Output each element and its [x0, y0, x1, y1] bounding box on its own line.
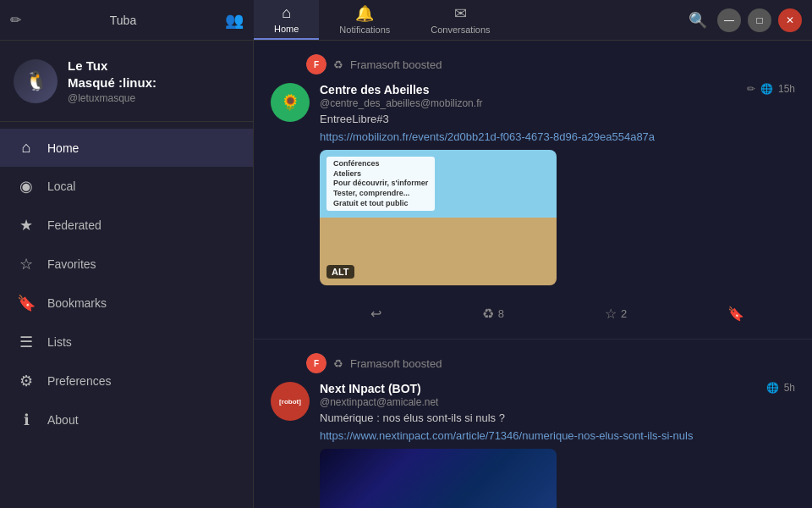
post-main: 🌻 Centre des Abeilles @centre_des_abeill… — [271, 83, 795, 325]
booster-avatar: F — [306, 54, 326, 75]
profile-section[interactable]: 🐧 Le Tux Masqué :linux: @letuxmasque — [0, 41, 253, 122]
post-card: F ♻ Framasoft boosted [robot] Next INpac… — [254, 340, 812, 508]
boost-button[interactable]: ♻ 8 — [475, 302, 511, 325]
tab-home-label: Home — [274, 24, 299, 34]
post-tag: EntreeLibre#3 — [320, 113, 795, 125]
sidebar-item-home-label: Home — [47, 141, 79, 155]
post-author-info: Next INpact (BOT) @nextinpact@amicale.ne… — [320, 382, 438, 408]
sidebar-item-about[interactable]: ℹ About — [0, 400, 253, 439]
post-author-info: Centre des Abeilles @centre_des_abeilles… — [320, 83, 482, 109]
boost-count: 8 — [498, 307, 504, 320]
lists-icon: ☰ — [17, 333, 36, 351]
favorite-icon: ☆ — [605, 306, 617, 322]
reply-button[interactable]: ↩ — [364, 302, 388, 325]
tab-home[interactable]: ⌂ Home — [254, 0, 319, 40]
post-text: Numérique : nos élus sont-ils si nuls ? — [320, 411, 795, 424]
people-icon[interactable]: 👥 — [225, 11, 244, 30]
sidebar-item-local-label: Local — [47, 179, 75, 193]
close-button[interactable]: ✕ — [778, 8, 802, 32]
conversations-icon: ✉ — [454, 4, 467, 23]
preferences-icon: ⚙ — [17, 372, 36, 390]
federated-icon: ★ — [17, 216, 36, 235]
sidebar-item-bookmarks-label: Bookmarks — [47, 296, 107, 310]
local-icon: ◉ — [17, 177, 36, 196]
alt-badge: ALT — [326, 265, 354, 279]
titlebar-right: 🔍 — □ ✕ — [675, 8, 812, 33]
post-author-avatar: 🌻 — [271, 83, 310, 122]
sidebar-item-lists-label: Lists — [47, 335, 72, 349]
favorite-count: 2 — [621, 307, 627, 320]
avatar-image: 🐧 — [14, 59, 58, 103]
app-title: Tuba — [31, 14, 215, 27]
avatar: 🐧 — [14, 59, 58, 103]
post-link[interactable]: https://mobilizon.fr/events/2d0bb21d-f06… — [320, 130, 795, 143]
titlebar-left: ✏ Tuba 👥 — [0, 11, 254, 30]
bookmark-icon: 🔖 — [727, 306, 744, 322]
booster-avatar-image: F — [306, 54, 326, 75]
post-meta: 🌐 5h — [766, 382, 795, 394]
tab-conversations-label: Conversations — [431, 25, 490, 35]
post-header: Next INpact (BOT) @nextinpact@amicale.ne… — [320, 382, 795, 408]
sidebar-item-favorites[interactable]: ☆ Favorites — [0, 245, 253, 284]
tab-notifications-label: Notifications — [339, 25, 390, 35]
tab-notifications[interactable]: 🔔 Notifications — [319, 0, 410, 40]
post-body: Next INpact (BOT) @nextinpact@amicale.ne… — [320, 382, 795, 508]
tab-conversations[interactable]: ✉ Conversations — [410, 0, 510, 40]
top-nav: ⌂ Home 🔔 Notifications ✉ Conversations — [254, 0, 675, 40]
about-icon: ℹ — [17, 411, 36, 429]
post-actions: ↩ ♻ 8 ☆ 2 🔖 — [320, 295, 795, 325]
post-meta: ✏ 🌐 15h — [747, 83, 795, 95]
notifications-icon: 🔔 — [355, 4, 374, 23]
boost-text: Framasoft boosted — [350, 58, 442, 71]
boost-text: Framasoft boosted — [350, 357, 442, 370]
main-layout: 🐧 Le Tux Masqué :linux: @letuxmasque ⌂ H… — [0, 41, 812, 508]
bookmarks-icon: 🔖 — [17, 294, 36, 312]
sidebar-item-preferences[interactable]: ⚙ Preferences — [0, 362, 253, 400]
post-link[interactable]: https://www.nextinpact.com/article/71346… — [320, 429, 795, 442]
titlebar: ✏ Tuba 👥 ⌂ Home 🔔 Notifications ✉ Conver… — [0, 0, 812, 41]
profile-name: Le Tux Masqué :linux: — [68, 58, 156, 91]
boost-icon: ♻ — [333, 58, 343, 71]
post-author-name: Next INpact (BOT) — [320, 382, 438, 395]
post-time: 5h — [784, 382, 795, 394]
post-body: Centre des Abeilles @centre_des_abeilles… — [320, 83, 795, 325]
post-time: 15h — [778, 83, 795, 95]
reply-icon: ↩ — [370, 306, 381, 322]
sidebar-item-preferences-label: Preferences — [47, 374, 111, 388]
favorite-button[interactable]: ☆ 2 — [598, 302, 634, 325]
globe-icon: 🌐 — [766, 382, 779, 394]
sidebar-item-favorites-label: Favorites — [47, 257, 96, 271]
post-header: Centre des Abeilles @centre_des_abeilles… — [320, 83, 795, 109]
home-icon: ⌂ — [17, 139, 36, 157]
post-image — [320, 449, 557, 508]
sidebar-item-about-label: About — [47, 413, 79, 427]
sidebar-item-local[interactable]: ◉ Local — [0, 167, 253, 206]
sidebar-item-federated-label: Federated — [47, 218, 102, 232]
sidebar-item-bookmarks[interactable]: 🔖 Bookmarks — [0, 284, 253, 323]
image-label: ConférencesAteliersPour découvrir, s'inf… — [326, 157, 435, 211]
sidebar: 🐧 Le Tux Masqué :linux: @letuxmasque ⌂ H… — [0, 41, 254, 508]
sidebar-nav: ⌂ Home ◉ Local ★ Federated ☆ Favorites 🔖… — [0, 122, 253, 508]
sidebar-item-federated[interactable]: ★ Federated — [0, 206, 253, 245]
post-image-inner: ConférencesAteliersPour découvrir, s'inf… — [320, 150, 557, 285]
profile-info: Le Tux Masqué :linux: @letuxmasque — [68, 58, 156, 104]
boost-icon: ♻ — [333, 357, 343, 370]
favorites-icon: ☆ — [17, 255, 36, 273]
sidebar-item-lists[interactable]: ☰ Lists — [0, 323, 253, 362]
feed-content: F ♻ Framasoft boosted 🌻 Centre des Abeil… — [254, 41, 812, 508]
post-image: ConférencesAteliersPour découvrir, s'inf… — [320, 150, 557, 285]
edit-icon[interactable]: ✏ — [747, 83, 755, 95]
post-author-handle: @centre_des_abeilles@mobilizon.fr — [320, 97, 482, 109]
maximize-button[interactable]: □ — [748, 8, 771, 32]
post-author-avatar-image: 🌻 — [281, 93, 299, 112]
post-author-avatar-image: [robot] — [279, 398, 301, 406]
minimize-button[interactable]: — — [717, 8, 741, 32]
bookmark-button[interactable]: 🔖 — [721, 302, 751, 325]
sidebar-item-home[interactable]: ⌂ Home — [0, 129, 253, 167]
search-icon[interactable]: 🔍 — [685, 8, 710, 33]
boost-action-icon: ♻ — [482, 306, 494, 322]
post-main: [robot] Next INpact (BOT) @nextinpact@am… — [271, 382, 795, 508]
compose-icon[interactable]: ✏ — [10, 12, 21, 28]
boost-row: F ♻ Framasoft boosted — [271, 353, 795, 373]
booster-avatar-image: F — [306, 353, 326, 373]
